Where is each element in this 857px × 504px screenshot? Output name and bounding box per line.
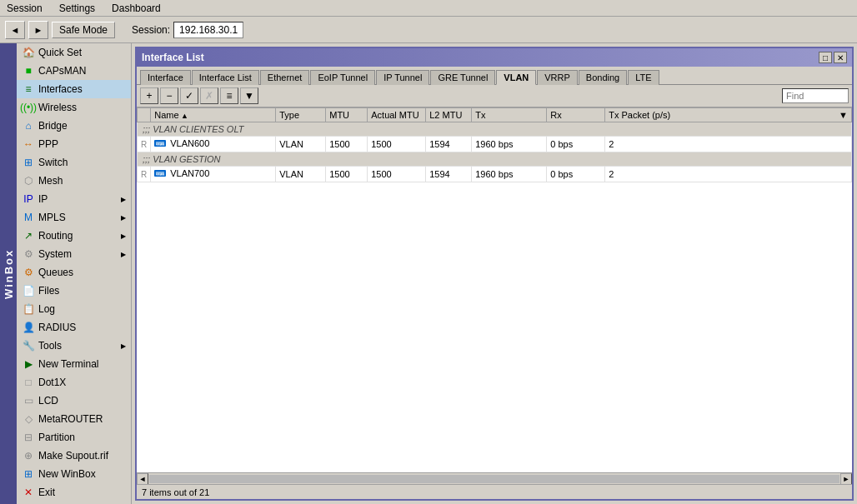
session-value: 192.168.30.1 [173, 22, 243, 38]
tab-interface[interactable]: Interface [140, 70, 191, 85]
sidebar-item-exit[interactable]: ✕ Exit [17, 483, 131, 502]
sidebar-item-system[interactable]: ⚙ System ▶ [17, 245, 131, 263]
sidebar-item-label: Quick Set [38, 47, 82, 58]
main-toolbar: ◄ ► Safe Mode Session: 192.168.30.1 [0, 17, 857, 43]
action-toolbar: + − ✓ ✗ ≡ ▼ [137, 85, 852, 107]
row-name: VLAN VLAN600 [151, 137, 276, 152]
tools-icon: 🔧 [22, 339, 35, 352]
sidebar-item-log[interactable]: 📋 Log [17, 300, 131, 318]
sidebar-item-wireless[interactable]: ((•)) Wireless [17, 98, 131, 117]
row-actual-mtu: 1500 [368, 137, 426, 152]
sidebar: 🏠 Quick Set ■ CAPsMAN ≡ Interfaces ((•))… [17, 43, 132, 504]
filter-button[interactable]: ▼ [240, 87, 258, 104]
tab-gre-tunnel[interactable]: GRE Tunnel [430, 70, 495, 85]
comment-button[interactable]: ≡ [220, 87, 238, 104]
sidebar-item-metarouter[interactable]: ◇ MetaROUTER [17, 410, 131, 428]
tab-ethernet[interactable]: Ethernet [260, 70, 310, 85]
window-close-button[interactable]: ✕ [834, 52, 847, 63]
col-mtu[interactable]: MTU [326, 108, 368, 122]
window-controls: □ ✕ [819, 52, 847, 63]
sidebar-item-make-supout[interactable]: ⊕ Make Supout.rif [17, 447, 131, 465]
col-type[interactable]: Type [276, 108, 326, 122]
tab-lte[interactable]: LTE [628, 70, 659, 85]
col-tx-packet[interactable]: Tx Packet (p/s) ▼ [605, 108, 852, 122]
sidebar-item-label: New WinBox [38, 468, 96, 480]
tab-bonding[interactable]: Bonding [579, 70, 627, 85]
sidebar-item-bridge[interactable]: ⌂ Bridge [17, 117, 131, 135]
group-header-gestion: ;;; VLAN GESTION [138, 152, 852, 167]
disable-button[interactable]: ✗ [200, 87, 218, 104]
tab-ip-tunnel[interactable]: IP Tunnel [376, 70, 429, 85]
menu-session[interactable]: Session [3, 2, 46, 15]
safe-mode-button[interactable]: Safe Mode [52, 22, 115, 38]
col-l2-mtu[interactable]: L2 MTU [426, 108, 472, 122]
tab-vrrp[interactable]: VRRP [537, 70, 578, 85]
sidebar-item-interfaces[interactable]: ≡ Interfaces [17, 80, 131, 98]
sidebar-item-tools[interactable]: 🔧 Tools ▶ [17, 337, 131, 355]
table-row[interactable]: R VLAN VLAN700 [138, 167, 852, 182]
sidebar-item-radius[interactable]: 👤 RADIUS [17, 318, 131, 337]
sidebar-item-new-winbox[interactable]: ⊞ New WinBox [17, 465, 131, 483]
sidebar-item-label: Files [38, 285, 59, 297]
col-name[interactable]: Name [151, 108, 276, 122]
row-type: VLAN [276, 167, 326, 182]
radius-icon: 👤 [22, 321, 35, 334]
vlan-interface-icon: VLAN [154, 168, 168, 178]
sidebar-item-new-terminal[interactable]: ▶ New Terminal [17, 355, 131, 373]
back-button[interactable]: ◄ [5, 21, 25, 39]
col-actual-mtu[interactable]: Actual MTU [368, 108, 426, 122]
row-mtu: 1500 [326, 167, 368, 182]
sidebar-item-quick-set[interactable]: 🏠 Quick Set [17, 43, 131, 62]
sidebar-item-mesh[interactable]: ⬡ Mesh [17, 172, 131, 190]
queues-icon: ⚙ [22, 266, 35, 279]
remove-button[interactable]: − [160, 87, 178, 104]
mpls-icon: M [22, 211, 35, 224]
sidebar-item-dot1x[interactable]: □ Dot1X [17, 373, 131, 392]
ppp-icon: ↔ [22, 137, 35, 151]
sidebar-item-routing[interactable]: ↗ Routing ▶ [17, 227, 131, 245]
scroll-track[interactable] [149, 475, 839, 483]
sidebar-item-label: Mesh [38, 175, 63, 187]
row-tx-packet: 2 [605, 167, 852, 182]
vlan-name-cell: VLAN VLAN700 [154, 168, 209, 178]
col-rx[interactable]: Rx [547, 108, 605, 122]
row-rx: 0 bps [547, 167, 605, 182]
sidebar-item-files[interactable]: 📄 Files [17, 282, 131, 300]
scroll-right-button[interactable]: ► [840, 473, 852, 485]
log-icon: 📋 [22, 302, 35, 316]
find-input[interactable] [782, 88, 849, 103]
row-tx-packet: 2 [605, 137, 852, 152]
sidebar-item-label: Routing [38, 230, 73, 242]
arrow-icon: ▶ [121, 214, 126, 222]
scroll-left-button[interactable]: ◄ [137, 473, 148, 485]
sidebar-item-label: System [38, 248, 72, 260]
sidebar-item-queues[interactable]: ⚙ Queues [17, 263, 131, 282]
interface-list-window: Interface List □ ✕ Interface Interface L… [135, 47, 854, 501]
sidebar-item-capsman[interactable]: ■ CAPsMAN [17, 62, 131, 80]
col-marker [138, 108, 151, 122]
tab-vlan[interactable]: VLAN [496, 70, 536, 85]
menu-settings[interactable]: Settings [56, 2, 98, 15]
sidebar-item-switch[interactable]: ⊞ Switch [17, 153, 131, 172]
row-mtu: 1500 [326, 137, 368, 152]
table-row[interactable]: R VLAN VLAN600 [138, 137, 852, 152]
menu-dashboard[interactable]: Dashboard [108, 2, 164, 15]
sidebar-item-partition[interactable]: ⊟ Partition [17, 428, 131, 447]
sidebar-item-mpls[interactable]: M MPLS ▶ [17, 208, 131, 227]
row-l2-mtu: 1594 [426, 137, 472, 152]
column-menu-icon[interactable]: ▼ [839, 110, 848, 120]
sidebar-item-ip[interactable]: IP IP ▶ [17, 190, 131, 208]
tab-eoip-tunnel[interactable]: EoIP Tunnel [310, 70, 375, 85]
col-tx[interactable]: Tx [472, 108, 547, 122]
forward-button[interactable]: ► [28, 21, 48, 39]
sidebar-item-ppp[interactable]: ↔ PPP [17, 135, 131, 153]
arrow-icon: ▶ [121, 232, 126, 240]
row-actual-mtu: 1500 [368, 167, 426, 182]
row-tx: 1960 bps [472, 167, 547, 182]
enable-button[interactable]: ✓ [180, 87, 198, 104]
sidebar-item-label: Wireless [38, 102, 77, 113]
window-restore-button[interactable]: □ [819, 52, 832, 63]
tab-interface-list[interactable]: Interface List [192, 70, 259, 85]
sidebar-item-lcd[interactable]: ▭ LCD [17, 392, 131, 410]
add-button[interactable]: + [140, 87, 158, 104]
